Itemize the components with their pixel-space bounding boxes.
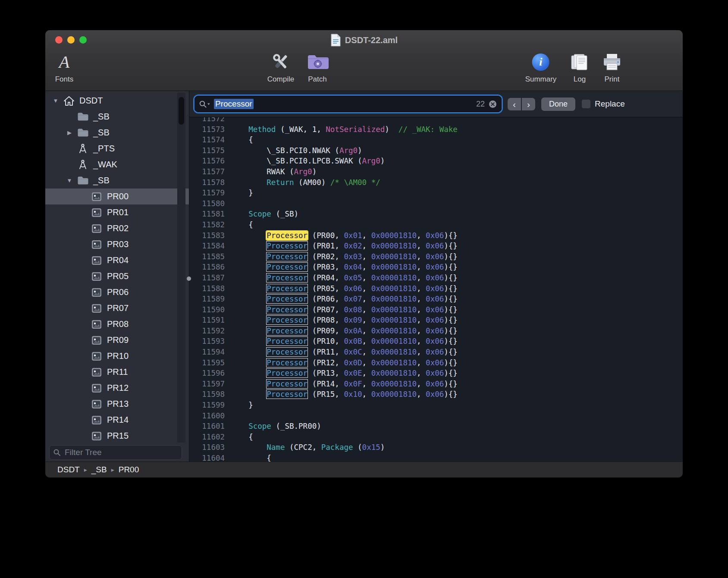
sidebar-item-pr02[interactable]: PR02 [45,220,189,236]
code-token: ) [385,125,399,134]
sidebar-item-pr03[interactable]: PR03 [45,236,189,252]
code-token: } [230,401,253,409]
code-token: 0x00001810 [371,358,417,367]
summary-button[interactable]: i Summary [525,50,557,84]
code-editor[interactable]: 1157211573 Method (_WAK, 1, NotSerialize… [189,117,683,462]
code-token: , [417,358,426,367]
sidebar-item-pr11[interactable]: PR11 [45,364,189,380]
sidebar: ▼DSDT_SB▶_SB_PTS_WAK▼_SBPR00PR01PR02PR03… [45,91,189,462]
sidebar-item-pr10[interactable]: PR10 [45,348,189,364]
compile-button[interactable]: Compile [267,50,294,84]
sidebar-item-pr12[interactable]: PR12 [45,380,189,396]
fonts-button[interactable]: A Fonts [55,50,74,84]
code-line: 11597 Processor (PR14, 0x0F, 0x00001810,… [189,379,683,390]
sidebar-item-sb[interactable]: ▶_SB [45,125,189,141]
sidebar-item-sb[interactable]: ▼_SB [45,173,189,188]
code-token: RWAK ( [230,167,294,176]
chip-icon [89,272,104,281]
code-token: 0x03 [344,252,362,261]
code-text: Scope (_SB) [230,210,298,218]
replace-checkbox[interactable] [581,99,591,109]
code-token: 0x00001810 [371,295,417,303]
sidebar-item-label: _WAK [93,160,117,170]
chip-icon [89,240,104,249]
sidebar-item-pr15[interactable]: PR15 [45,428,189,444]
code-token: (PR08, [308,316,344,324]
chip-icon [89,368,104,377]
code-token: 0x06 [426,316,444,324]
code-token [230,316,267,324]
code-token: 0x00001810 [371,369,417,377]
breadcrumb-item[interactable]: PR00 [119,465,139,474]
line-number: 11586 [189,262,230,273]
code-token [230,178,267,187]
sidebar-item-pr06[interactable]: PR06 [45,284,189,300]
code-token [230,327,267,335]
disclosure-right-icon[interactable]: ▶ [63,129,75,136]
find-previous-button[interactable]: ‹ [508,98,521,110]
patch-folder-icon [306,50,329,74]
clear-search-icon[interactable] [488,100,497,109]
sidebar-item-sb[interactable]: _SB [45,109,189,125]
code-line: 11580 [189,198,683,209]
code-token: , [417,305,426,314]
disclosure-down-icon[interactable]: ▼ [63,177,75,184]
pane-splitter-handle[interactable] [187,276,191,281]
code-line: 11584 Processor (PR01, 0x02, 0x00001810,… [189,241,683,251]
sidebar-item-pr01[interactable]: PR01 [45,204,189,220]
patch-button[interactable]: Patch [306,50,329,84]
code-line: 11583 Processor (PR00, 0x01, 0x00001810,… [189,230,683,241]
code-line: 11604 { [189,453,683,462]
sidebar-item-pr07[interactable]: PR07 [45,300,189,316]
code-token: ){} [444,231,458,240]
code-line: 11579 } [189,188,683,198]
chip-icon [89,192,104,201]
sidebar-item-pr13[interactable]: PR13 [45,396,189,412]
print-button[interactable]: Print [602,50,622,84]
breadcrumb-separator: ▸ [84,466,87,473]
code-token: 0x15 [362,443,380,452]
sidebar-item-pr14[interactable]: PR14 [45,412,189,428]
find-match: Processor [267,358,308,367]
sidebar-item-pts[interactable]: _PTS [45,141,189,157]
code-token: 0x00001810 [371,252,417,261]
sidebar-scrollbar-thumb[interactable] [179,97,184,125]
log-button[interactable]: Log [570,50,590,84]
search-menu-icon[interactable] [199,100,210,108]
code-token: \_SB.PCI0.NWAK ( [230,146,339,155]
find-next-button[interactable]: › [522,98,535,110]
filter-field[interactable] [49,445,182,460]
code-token: (PR15, [308,390,344,399]
done-button[interactable]: Done [541,97,575,111]
breadcrumb-item[interactable]: DSDT [57,465,80,474]
code-token [230,358,267,367]
pages-icon [570,50,590,74]
sidebar-item-pr00[interactable]: PR00 [45,188,189,204]
sidebar-item-label: PR12 [107,383,129,393]
find-match: Processor [267,369,308,377]
code-token: // _WAK: Wake [399,125,458,134]
sidebar-item-label: PR02 [107,223,129,233]
sidebar-item-dsdt[interactable]: ▼DSDT [45,93,189,109]
sidebar-item-label: PR10 [107,351,129,361]
line-number: 11601 [189,421,230,432]
code-token: Arg0 [339,146,358,155]
filter-input[interactable] [64,447,178,458]
breadcrumb-item[interactable]: _SB [91,465,107,474]
code-token [230,305,267,314]
sidebar-tree: ▼DSDT_SB▶_SB_PTS_WAK▼_SBPR00PR01PR02PR03… [45,93,189,444]
find-match: Processor [267,348,308,356]
sidebar-scrollbar-track[interactable] [177,93,185,443]
sidebar-item-pr09[interactable]: PR09 [45,332,189,348]
find-match: Processor [267,380,308,388]
sidebar-item-pr05[interactable]: PR05 [45,268,189,284]
line-number: 11574 [189,135,230,145]
disclosure-down-icon[interactable]: ▼ [50,97,62,104]
find-input[interactable]: Processor 22 [195,96,502,112]
code-line: 11589 Processor (PR06, 0x07, 0x00001810,… [189,294,683,305]
sidebar-item-pr04[interactable]: PR04 [45,252,189,268]
code-token: , [417,273,426,282]
sidebar-item-wak[interactable]: _WAK [45,157,189,173]
code-token [230,380,267,388]
sidebar-item-pr08[interactable]: PR08 [45,316,189,332]
